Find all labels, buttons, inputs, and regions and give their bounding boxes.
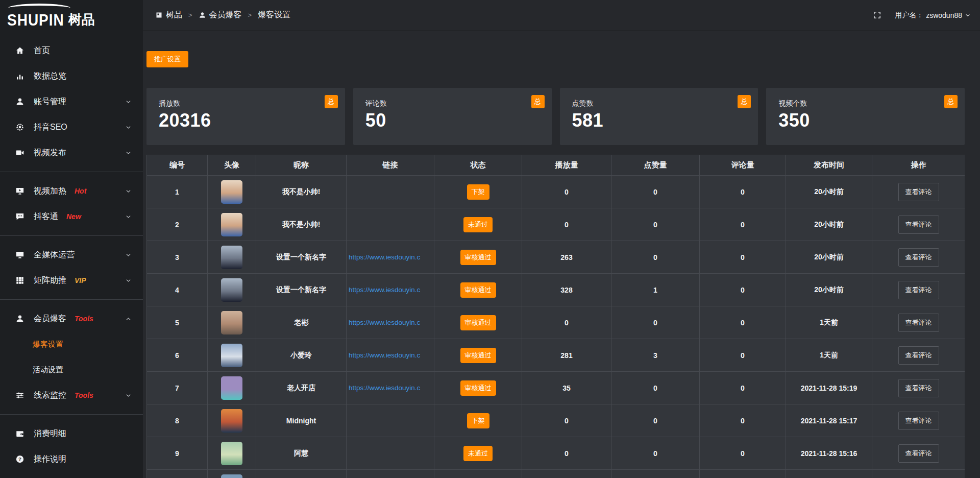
cell-likes: 3 (611, 339, 700, 372)
total-badge: 总 (944, 95, 958, 108)
cell-time: 20小时前 (786, 208, 872, 241)
breadcrumb-item-member-baoke[interactable]: 会员爆客 (199, 10, 242, 20)
video-link[interactable]: https://www.iesdouyin.c (347, 253, 434, 261)
sidebar-item-label: 数据总览 (34, 71, 66, 82)
table-row: 6小爱玲https://www.iesdouyin.c审核通过281301天前查… (147, 339, 965, 372)
sidebar-item-data-overview[interactable]: 数据总览 (0, 63, 143, 89)
cell-plays: 328 (522, 274, 611, 306)
cell-likes (611, 470, 700, 478)
sidebar-item-operation-guide[interactable]: ?操作说明 (0, 446, 143, 472)
cell-status: 下架 (434, 176, 522, 208)
sidebar-item-account-management[interactable]: 账号管理 (0, 89, 143, 114)
view-comments-button[interactable]: 查看评论 (898, 183, 939, 201)
cell-nickname (256, 470, 347, 478)
view-comments-button[interactable]: 查看评论 (898, 216, 939, 234)
sidebar-item-label: 抖客通 (34, 211, 58, 222)
cell-comments: 0 (700, 437, 786, 470)
chevron-down-icon (965, 12, 971, 18)
cell-id: 7 (147, 372, 208, 404)
cell-time: 20小时前 (786, 176, 872, 208)
stat-card-value: 581 (572, 110, 758, 131)
avatar (221, 344, 242, 367)
breadcrumb-item-baoke-settings[interactable]: 爆客设置 (258, 10, 290, 20)
sidebar-item-omni-media[interactable]: 全媒体运营 (0, 242, 143, 268)
view-comments-button[interactable]: 查看评论 (898, 281, 939, 299)
status-badge: 审核通过 (460, 282, 496, 298)
cell-status: 下架 (434, 404, 522, 437)
sidebar-item-douke-tong[interactable]: 抖客通New (0, 204, 143, 229)
cell-likes: 0 (611, 208, 700, 241)
sidebar-item-home[interactable]: 首页 (0, 38, 143, 63)
column-header: 编号 (147, 155, 208, 176)
video-link[interactable]: https://www.iesdouyin.c (347, 384, 434, 392)
sidebar-item-douyin-seo[interactable]: 抖音SEO (0, 114, 143, 140)
cell-comments: 0 (700, 404, 786, 437)
view-comments-button[interactable]: 查看评论 (898, 379, 939, 397)
sidebar-item-video-heating[interactable]: 视频加热Hot (0, 178, 143, 204)
sidebar-menu: 首页数据总览账号管理抖音SEO视频发布视频加热Hot抖客通New全媒体运营矩阵助… (0, 33, 143, 472)
cell-avatar (208, 437, 256, 470)
cell-time: 1天前 (786, 306, 872, 339)
sidebar-item-consumption-details[interactable]: 消费明细 (0, 421, 143, 446)
view-comments-button[interactable]: 查看评论 (898, 346, 939, 365)
sidebar-subitem-baoke-settings[interactable]: 爆客设置 (0, 331, 143, 357)
grid-icon (15, 276, 26, 285)
fullscreen-icon[interactable] (873, 11, 881, 19)
app-logo: SHUPIN 树品 (0, 0, 143, 33)
sidebar-item-tag: Tools (75, 391, 93, 399)
cell-nickname: 老人开店 (256, 372, 347, 404)
column-header: 评论量 (700, 155, 786, 176)
chat-icon (15, 212, 26, 221)
sidebar-divider (0, 172, 143, 172)
user-menu[interactable]: 用户名： zswodun88 (895, 11, 971, 20)
sidebar-item-label: 视频发布 (34, 148, 66, 158)
sidebar-item-clue-monitor[interactable]: 线索监控Tools (0, 383, 143, 408)
cell-time: 20小时前 (786, 241, 872, 274)
cell-avatar (208, 241, 256, 274)
status-badge: 未通过 (463, 446, 493, 461)
promo-settings-button[interactable]: 推广设置 (146, 51, 188, 67)
table-row: 10 (147, 470, 965, 478)
table-row: 8Midnight下架0002021-11-28 15:17查看评论 (147, 404, 965, 437)
cell-status: 未通过 (434, 208, 522, 241)
view-comments-button[interactable]: 查看评论 (898, 248, 939, 267)
video-link[interactable]: https://www.iesdouyin.c (347, 351, 434, 359)
chevron-up-icon (125, 316, 132, 322)
stat-card: 点赞数581总 (560, 88, 758, 145)
sidebar-item-label: 账号管理 (34, 97, 66, 107)
stat-card-label: 评论数 (365, 99, 552, 108)
cell-avatar (208, 274, 256, 306)
gear-icon (15, 123, 26, 132)
video-link[interactable]: https://www.iesdouyin.c (347, 286, 434, 294)
avatar (221, 442, 242, 465)
cell-status: 未通过 (434, 437, 522, 470)
avatar (221, 311, 242, 334)
column-header: 状态 (434, 155, 522, 176)
username-label: 用户名： (895, 11, 923, 20)
view-comments-button[interactable]: 查看评论 (898, 412, 939, 430)
view-comments-button[interactable]: 查看评论 (898, 314, 939, 332)
sidebar-subitem-activity-settings[interactable]: 活动设置 (0, 357, 143, 383)
cell-likes: 0 (611, 176, 700, 208)
cell-action: 查看评论 (872, 372, 965, 404)
sidebar-item-member-baoke[interactable]: 会员爆客Tools (0, 306, 143, 331)
stat-card-label: 点赞数 (572, 99, 758, 108)
question-icon: ? (15, 455, 26, 464)
sidebar-item-matrix-boost[interactable]: 矩阵助推VIP (0, 268, 143, 293)
cell-id: 8 (147, 404, 208, 437)
cell-plays (522, 470, 611, 478)
username-value: zswodun88 (926, 11, 962, 19)
view-comments-button[interactable]: 查看评论 (898, 444, 939, 463)
sidebar-item-video-publish[interactable]: 视频发布 (0, 140, 143, 165)
avatar (221, 180, 242, 204)
column-header: 头像 (208, 155, 256, 176)
cell-action: 查看评论 (872, 208, 965, 241)
status-badge: 审核通过 (460, 315, 496, 330)
cell-id: 5 (147, 306, 208, 339)
column-header: 昵称 (256, 155, 347, 176)
cell-id: 2 (147, 208, 208, 241)
status-badge: 下架 (467, 184, 489, 200)
cell-comments: 0 (700, 176, 786, 208)
breadcrumb-item-shupin[interactable]: 树品 (155, 10, 182, 20)
video-link[interactable]: https://www.iesdouyin.c (347, 319, 434, 326)
